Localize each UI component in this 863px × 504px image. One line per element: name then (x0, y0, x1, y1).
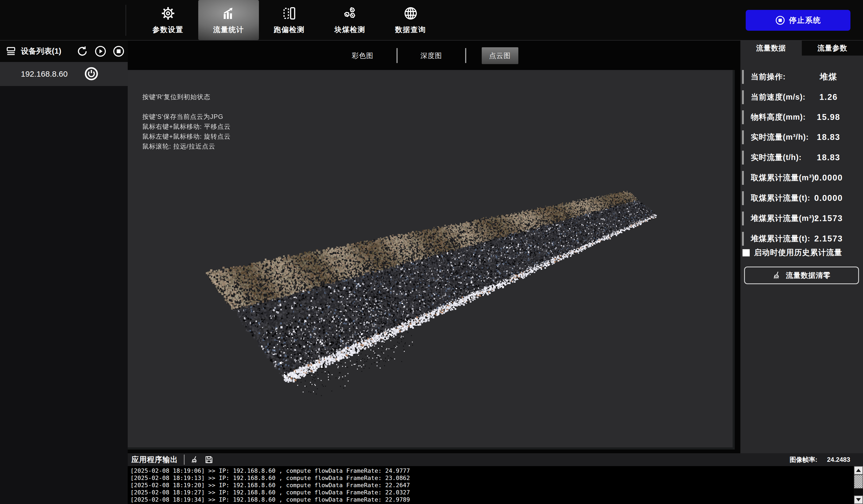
nav-item-parameter-settings[interactable]: 参数设置 (138, 0, 198, 40)
instruction-line: 鼠标左键+鼠标移动: 旋转点云 (142, 131, 230, 141)
nav-label: 跑偏检测 (274, 25, 305, 35)
flow-row-material-height: 物料高度(mm): 15.98 (740, 110, 863, 125)
device-row[interactable]: 192.168.8.60 (0, 62, 128, 86)
nav-item-belt-deviation[interactable]: 跑偏检测 (259, 0, 320, 40)
row-accent-bar (742, 130, 744, 144)
flow-row-realtime-flow-th: 实时流量(t/h): 18.83 (740, 150, 863, 165)
frame-rate: 图像帧率:24.2483 (789, 455, 850, 464)
log-line: [2025-02-08 18:19:06] >> IP: 192.168.8.6… (130, 467, 863, 474)
up-arrow-icon (856, 469, 861, 472)
instruction-line: 鼠标滚轮: 拉远/拉近点云 (142, 141, 230, 151)
flow-row-current-operation: 当前操作: 堆煤 (740, 70, 863, 85)
row-value: 15.98 (797, 112, 861, 122)
tab-flow-data[interactable]: 流量数据 (740, 41, 802, 55)
stop-system-button[interactable]: 停止系统 (746, 10, 850, 31)
row-accent-bar (742, 191, 744, 205)
down-arrow-icon (856, 498, 861, 501)
nav-item-flow-statistics[interactable]: 流量统计 (198, 0, 259, 40)
log-line: [2025-02-08 18:19:27] >> IP: 192.168.8.6… (130, 489, 863, 496)
flow-row-stack-total-m3: 堆煤累计流量(m³): 2.1573 (740, 211, 863, 226)
nav-label: 参数设置 (152, 25, 184, 35)
flow-data-panel: 当前操作: 堆煤 当前速度(m/s): 1.26 物料高度(mm): 15.98… (740, 55, 863, 453)
viewer-instructions: 按键'R'复位到初始状态 按键'S'保存当前点云为JPG 鼠标右键+鼠标移动: … (142, 92, 230, 151)
history-flow-checkbox-label: 启动时使用历史累计流量 (754, 247, 842, 258)
row-value: 18.83 (797, 153, 861, 162)
scroll-down-button[interactable] (854, 495, 863, 504)
row-value: 1.26 (797, 92, 861, 102)
power-icon[interactable] (85, 67, 98, 81)
row-value: 0.0000 (797, 193, 861, 203)
row-accent-bar (742, 151, 744, 165)
instruction-line: 按键'S'保存当前点云为JPG (142, 112, 230, 122)
flow-row-stack-total-t: 堆煤累计流量(t): 2.1573 (740, 231, 863, 246)
refresh-devices-button[interactable] (76, 45, 88, 58)
history-flow-checkbox-row: 启动时使用历史累计流量 (742, 247, 842, 258)
tab-flow-parameters[interactable]: 流量参数 (802, 41, 863, 55)
log-header: 应用程序输出 图像帧率:24.2483 (128, 453, 863, 466)
clear-flow-data-button[interactable]: 流量数据清零 (744, 267, 859, 284)
nav-item-data-query[interactable]: 数据查询 (380, 0, 441, 40)
start-device-button[interactable] (94, 45, 107, 58)
nav-label: 块煤检测 (335, 25, 365, 35)
row-label: 实时流量(t/h): (751, 152, 802, 163)
row-accent-bar (742, 232, 744, 246)
coal-lump-icon (342, 5, 358, 21)
row-value: 18.83 (797, 133, 861, 142)
row-value: 堆煤 (797, 71, 861, 83)
gear-icon (160, 5, 176, 21)
tab-color-image[interactable]: 彩色图 (345, 47, 381, 64)
row-value: 2.1573 (797, 214, 861, 223)
log-line: [2025-02-08 18:19:13] >> IP: 192.168.8.6… (130, 474, 863, 481)
point-cloud-viewer[interactable]: 按键'R'复位到初始状态 按键'S'保存当前点云为JPG 鼠标右键+鼠标移动: … (128, 70, 735, 450)
stop-device-button[interactable] (112, 45, 125, 58)
clear-flow-data-label: 流量数据清零 (786, 270, 831, 280)
row-accent-bar (742, 110, 744, 124)
flow-chart-icon (221, 5, 236, 21)
tab-separator (397, 48, 398, 63)
instruction-line: 鼠标右键+鼠标移动: 平移点云 (142, 122, 230, 131)
globe-icon (403, 5, 418, 21)
toolbar-divider (126, 5, 126, 36)
flow-row-reclaim-total-t: 取煤累计流量(t): 0.0000 (740, 191, 863, 206)
main-nav: 参数设置 流量统计 跑偏检测 (138, 0, 441, 40)
belt-deviation-icon (282, 5, 297, 21)
frame-rate-value: 24.2483 (827, 456, 850, 463)
device-sidebar: 设备列表(1) 192.168.8.60 (0, 41, 128, 504)
scrollbar-track[interactable] (854, 489, 863, 495)
log-title: 应用程序输出 (132, 455, 178, 465)
console-scrollbar[interactable] (854, 466, 863, 504)
scroll-up-button[interactable] (854, 466, 863, 475)
frame-rate-label: 图像帧率: (789, 456, 817, 463)
log-line: [2025-02-08 18:19:34] >> IP: 192.168.8.6… (130, 496, 863, 503)
broom-icon (773, 270, 782, 280)
device-ip: 192.168.8.60 (21, 70, 85, 78)
scrollbar-thumb[interactable] (854, 475, 863, 489)
flow-row-realtime-flow-m3h: 实时流量(m³/h): 18.83 (740, 130, 863, 145)
tab-depth-image[interactable]: 深度图 (413, 47, 450, 64)
tab-point-cloud[interactable]: 点云图 (482, 47, 518, 64)
log-console[interactable]: [2025-02-08 18:19:06] >> IP: 192.168.8.6… (128, 466, 863, 504)
device-list-icon (5, 46, 16, 57)
device-list-header: 设备列表(1) (0, 41, 128, 62)
top-toolbar: 参数设置 流量统计 跑偏检测 (0, 0, 863, 41)
history-flow-checkbox[interactable] (742, 249, 750, 256)
row-accent-bar (742, 70, 744, 84)
clear-log-icon[interactable] (190, 455, 200, 464)
log-separator (184, 455, 185, 465)
instruction-line: 按键'R'复位到初始状态 (142, 92, 230, 102)
flow-panel-tabs: 流量数据 流量参数 (740, 41, 863, 55)
log-line: [2025-02-08 18:19:20] >> IP: 192.168.8.6… (130, 481, 863, 489)
flow-row-reclaim-total-m3: 取煤累计流量(m³): 0.0000 (740, 171, 863, 185)
nav-label: 流量统计 (213, 25, 244, 35)
row-value: 2.1573 (797, 234, 861, 243)
flow-row-current-speed: 当前速度(m/s): 1.26 (740, 90, 863, 105)
nav-label: 数据查询 (395, 25, 426, 35)
row-accent-bar (742, 171, 744, 185)
row-accent-bar (742, 212, 744, 225)
viewer-tab-bar: 彩色图 深度图 点云图 (128, 46, 735, 66)
stop-system-label: 停止系统 (789, 15, 821, 25)
nav-item-coal-lump-detection[interactable]: 块煤检测 (320, 0, 380, 40)
device-list-title: 设备列表(1) (21, 46, 61, 56)
save-log-icon[interactable] (204, 455, 213, 464)
row-value: 0.0000 (797, 173, 861, 183)
